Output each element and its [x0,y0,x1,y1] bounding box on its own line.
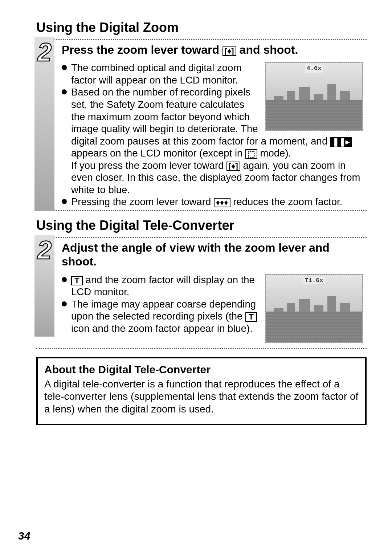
bullet-item: Pressing the zoom lever toward ♦♦♦ reduc… [62,196,367,208]
section1-bullets: 4.0x The combined optical and digital zo… [62,62,367,208]
section1-block: 2 Press the zoom lever toward [♦] and sh… [51,39,367,211]
pause-play-icon: ❚❚▸ [330,137,352,147]
section1-heading: Using the Digital Zoom [36,20,367,35]
about-box: About the Digital Tele-Converter A digit… [36,357,367,425]
divider [36,210,367,211]
divider [36,348,367,349]
divider [36,39,367,40]
t-icon: T [245,312,257,322]
wide-zoom-icon: ♦♦♦ [214,198,230,207]
step-number-badge: 2 [34,37,54,211]
about-box-text: A digital tele-converter is a function t… [44,378,359,416]
tele-zoom-icon: [♦] [226,162,240,171]
step-number-badge: 2 [34,235,54,337]
section2-heading: Using the Digital Tele-Converter [36,218,367,233]
divider [36,237,367,238]
t-icon: T [71,276,83,285]
bullet-item: The image may appear coarse depending up… [62,298,367,335]
section2-bullets: T1.6x T and the zoom factor will display… [62,274,367,346]
widescreen-icon: ⬚ [245,149,257,159]
section2-block: 2 Adjust the angle of view with the zoom… [51,237,367,349]
bullet-item: T and the zoom factor will display on th… [62,274,367,298]
page: Using the Digital Zoom 2 Press the zoom … [0,0,392,553]
bullet-item: The combined optical and digital zoom fa… [62,62,367,86]
tele-zoom-icon: [♦] [222,46,236,56]
bullet-item: Based on the number of recording pixels … [62,86,367,196]
section1-instruction: Press the zoom lever toward [♦] and shoo… [62,43,367,57]
section2-instruction: Adjust the angle of view with the zoom l… [62,241,367,269]
about-box-title: About the Digital Tele-Converter [44,363,359,376]
page-number: 34 [18,530,30,542]
